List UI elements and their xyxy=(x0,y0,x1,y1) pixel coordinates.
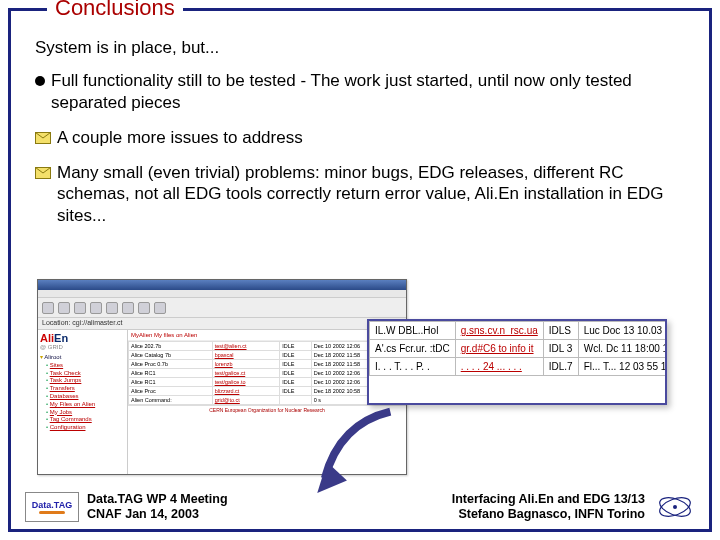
table-row: A'.cs Fcr.ur. :tDCgr.d#C6 to info itIDL … xyxy=(370,340,668,358)
title-cutout: Conclusions xyxy=(47,0,183,21)
table-row: IL.W DBL..Holg.sns.cv.n_rsc.uaIDLSLuc Do… xyxy=(370,322,668,340)
bullet-1-text: Full functionality still to be tested - … xyxy=(51,70,685,113)
tree-leaf: Sites xyxy=(46,362,125,370)
browser-location: Location: cgi://alimaster.ct xyxy=(38,318,406,330)
tree-leaf: Databases xyxy=(46,393,125,401)
figure-area: Location: cgi://alimaster.ct AliEn @ GRI… xyxy=(37,279,667,479)
tree-leaf: Transfers xyxy=(46,385,125,393)
breadcrumb: MyAlien My files on Alien xyxy=(128,330,406,341)
bullet-1: Full functionality still to be tested - … xyxy=(35,70,685,113)
slide-footer: Data.TAG Data.TAG WP 4 Meeting CNAF Jan … xyxy=(11,485,709,529)
toolbar-button xyxy=(42,302,54,314)
table-row: Alice Catalog 7bbpascalIDLEDec 18 2002 1… xyxy=(129,351,406,360)
footer-left-line1: Data.TAG WP 4 Meeting xyxy=(87,492,228,507)
footer-left-line2: CNAF Jan 14, 2003 xyxy=(87,507,228,522)
tree-leaf: My Files on Alien xyxy=(46,401,125,409)
bullet-3: Many small (even trivial) problems: mino… xyxy=(35,162,685,226)
callout-table: IL.W DBL..Holg.sns.cv.n_rsc.uaIDLSLuc Do… xyxy=(369,321,667,376)
browser-sidebar: AliEn @ GRID Aliroot Sites Task Check Ta… xyxy=(38,330,128,474)
footer-left: Data.TAG Data.TAG WP 4 Meeting CNAF Jan … xyxy=(25,492,228,522)
bullet-2: A couple more issues to address xyxy=(35,127,685,148)
lead-text: System is in place, but... xyxy=(35,37,685,58)
toolbar-button xyxy=(74,302,86,314)
alien-logo: AliEn xyxy=(40,332,125,344)
table-row: Alice RC1test/galice.toIDLEDec 10 2002 1… xyxy=(129,378,406,387)
slide-content: System is in place, but... Full function… xyxy=(11,11,709,226)
footer-right-text: Interfacing Ali.En and EDG 13/13 Stefano… xyxy=(452,492,645,522)
datatag-logo: Data.TAG xyxy=(25,492,79,522)
data-table-body: Alice 202.7btest@alien.ctIDLEDec 10 2002… xyxy=(129,342,406,405)
bullet-3-text: Many small (even trivial) problems: mino… xyxy=(57,162,685,226)
svg-point-4 xyxy=(673,505,677,509)
grid-tag: @ GRID xyxy=(40,344,125,350)
toolbar-button xyxy=(154,302,166,314)
tree-leaf: Task Check xyxy=(46,370,125,378)
table-row: Alice RC1test/galice.ctIDLEDec 10 2002 1… xyxy=(129,369,406,378)
tree-leaf: Task Jumps xyxy=(46,377,125,385)
toolbar-button xyxy=(90,302,102,314)
browser-toolbar xyxy=(38,298,406,318)
table-row: Alice 202.7btest@alien.ctIDLEDec 10 2002… xyxy=(129,342,406,351)
infn-logo xyxy=(655,493,695,521)
toolbar-button xyxy=(122,302,134,314)
slide-title: Conclusions xyxy=(55,0,175,20)
tree-leaf: My Jobs xyxy=(46,409,125,417)
callout-panel: IL.W DBL..Holg.sns.cv.n_rsc.uaIDLSLuc Do… xyxy=(367,319,667,405)
footer-right-line1: Interfacing Ali.En and EDG 13/13 xyxy=(452,492,645,507)
footer-right: Interfacing Ali.En and EDG 13/13 Stefano… xyxy=(452,492,695,522)
tree-leaf: Tag Commands xyxy=(46,416,125,424)
table-row: Alice Procblizzard.ctIDLEDec 18 2002 10:… xyxy=(129,387,406,396)
sidebar-tree: Aliroot Sites Task Check Task Jumps Tran… xyxy=(40,354,125,432)
dot-icon xyxy=(35,76,45,86)
data-table: Alice 202.7btest@alien.ctIDLEDec 10 2002… xyxy=(128,341,406,405)
footer-right-line2: Stefano Bagnasco, INFN Torino xyxy=(452,507,645,522)
envelope-icon xyxy=(35,132,51,144)
table-row: Alien Command: grid@to.ct0 s xyxy=(129,396,406,405)
browser-menubar xyxy=(38,290,406,298)
envelope-icon xyxy=(35,167,51,179)
toolbar-button xyxy=(58,302,70,314)
bullet-2-text: A couple more issues to address xyxy=(57,127,303,148)
toolbar-button xyxy=(106,302,118,314)
table-row: I. . . T. . . P. .. . . . 24 ... . . .ID… xyxy=(370,358,668,376)
browser-footer: CERN European Organization for Nuclear R… xyxy=(128,405,406,414)
toolbar-button xyxy=(138,302,150,314)
footer-left-text: Data.TAG WP 4 Meeting CNAF Jan 14, 2003 xyxy=(87,492,228,522)
table-row: Alice Proc 0.7blorenzbIDLEDec 18 2002 11… xyxy=(129,360,406,369)
tree-node: Aliroot xyxy=(40,354,125,362)
slide-frame: Conclusions System is in place, but... F… xyxy=(8,8,712,532)
browser-titlebar xyxy=(38,280,406,290)
tree-leaf: Configuration xyxy=(46,424,125,432)
